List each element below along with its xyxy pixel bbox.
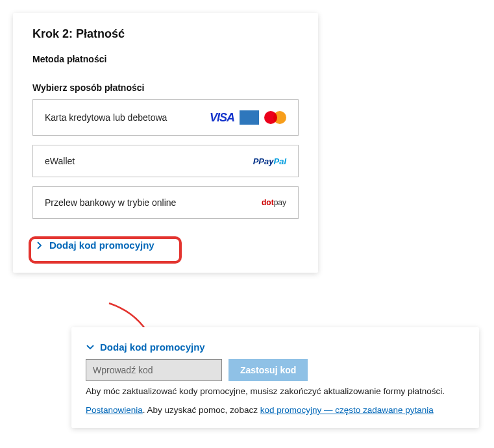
promo-faq-link[interactable]: kod promocyjny — często zadawane pytania [260,405,434,415]
mastercard-icon [264,110,286,125]
payment-option-banktransfer[interactable]: Przelew bankowy w trybie online dotpay [32,186,299,219]
promo-toggle-label: Dodaj kod promocyjny [49,240,154,251]
promo-terms-line: Postanowienia. Aby uzyskać pomoc, zobacz… [86,405,465,415]
payment-option-label: Przelew bankowy w trybie online [45,197,176,208]
promo-code-input[interactable] [86,359,222,381]
promo-expanded-panel: Dodaj kod promocyjny Zastosuj kod Aby mó… [71,327,479,428]
payment-option-label: Karta kredytowa lub debetowa [45,112,167,123]
dotpay-icon: dotpay [262,198,286,207]
chevron-right-icon [35,241,44,250]
promo-toggle-label: Dodaj kod promocyjny [100,342,205,353]
add-promo-toggle-expanded[interactable]: Dodaj kod promocyjny [86,342,465,353]
apply-promo-button[interactable]: Zastosuj kod [228,359,308,381]
visa-icon: VISA [210,111,234,125]
promo-input-row: Zastosuj kod [86,359,465,381]
promo-update-note: Aby móc zaktualizować kody promocyjne, m… [86,386,465,396]
payment-method-heading: Metoda płatności [32,54,299,64]
chevron-down-icon [86,343,95,352]
banktransfer-logos: dotpay [262,198,286,207]
ewallet-logos: PPayPal [253,156,286,166]
payment-option-ewallet[interactable]: eWallet PPayPal [32,145,299,177]
payment-option-card[interactable]: Karta kredytowa lub debetowa VISA [32,99,299,136]
amex-icon [240,110,259,125]
terms-link[interactable]: Postanowienia [86,405,143,415]
payment-step-panel: Krok 2: Płatność Metoda płatności Wybier… [13,13,318,273]
step-title: Krok 2: Płatność [32,27,299,41]
payment-option-label: eWallet [45,156,75,166]
add-promo-toggle-collapsed[interactable]: Dodaj kod promocyjny [29,236,161,255]
terms-text: . Aby uzyskać pomoc, zobacz [143,405,260,415]
paypal-icon: PPayPal [253,156,286,166]
choose-method-label: Wybierz sposób płatności [32,82,299,93]
card-logos: VISA [210,110,286,125]
